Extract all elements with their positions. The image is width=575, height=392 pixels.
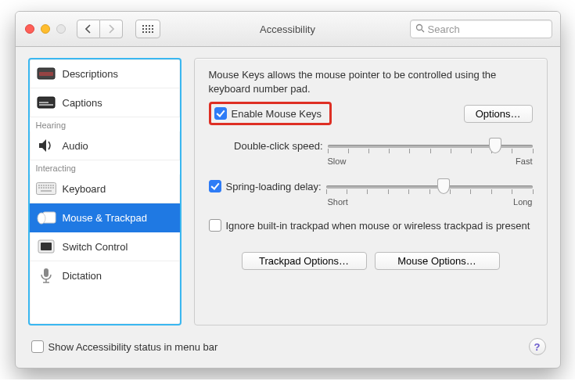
sidebar-item-label: Audio <box>63 140 88 152</box>
svg-rect-20 <box>50 187 52 189</box>
back-button[interactable] <box>77 20 100 38</box>
ignore-trackpad-checkbox[interactable] <box>209 219 221 232</box>
keyboard-icon <box>36 180 56 197</box>
svg-rect-10 <box>43 185 45 186</box>
sidebar-item-descriptions[interactable]: Descriptions <box>30 59 180 88</box>
sidebar-group-interacting: Interacting <box>30 160 180 174</box>
forward-button[interactable] <box>100 20 123 38</box>
highlight-enable-mouse-keys: Enable Mouse Keys <box>209 102 332 125</box>
sidebar[interactable]: Descriptions Captions Hearing Audio Inte… <box>28 58 181 325</box>
svg-rect-8 <box>38 185 40 186</box>
sidebar-item-keyboard[interactable]: Keyboard <box>30 174 180 203</box>
double-click-min-label: Slow <box>328 156 347 166</box>
minimize-button[interactable] <box>41 24 50 34</box>
sidebar-item-label: Descriptions <box>63 68 119 80</box>
captions-icon <box>36 94 56 111</box>
svg-point-0 <box>416 24 422 30</box>
svg-rect-18 <box>45 187 47 189</box>
sidebar-group-hearing: Hearing <box>30 117 180 131</box>
double-click-speed-slider[interactable] <box>328 138 533 153</box>
svg-line-1 <box>422 30 424 32</box>
dictation-icon <box>36 267 56 284</box>
show-status-checkbox[interactable] <box>31 340 44 353</box>
preferences-window: Accessibility Search Descriptions Captio… <box>15 11 561 369</box>
sidebar-item-switch-control[interactable]: Switch Control <box>30 232 180 261</box>
svg-rect-3 <box>39 72 53 76</box>
svg-rect-16 <box>41 187 42 189</box>
titlebar: Accessibility Search <box>16 12 560 47</box>
svg-rect-11 <box>45 185 47 186</box>
window-title: Accessibility <box>260 23 315 35</box>
search-placeholder: Search <box>428 23 460 35</box>
svg-rect-21 <box>52 187 54 189</box>
audio-icon <box>36 137 56 154</box>
svg-rect-15 <box>38 187 40 189</box>
content-pane: Mouse Keys allows the mouse pointer to b… <box>194 58 548 325</box>
svg-rect-27 <box>44 268 49 277</box>
grid-icon <box>142 25 153 33</box>
svg-rect-5 <box>39 104 53 106</box>
search-icon <box>415 23 425 35</box>
double-click-speed-label: Double-click speed: <box>209 140 323 152</box>
help-button[interactable]: ? <box>529 338 546 355</box>
switch-control-icon <box>36 238 56 255</box>
sidebar-item-label: Captions <box>63 97 102 109</box>
spring-loading-label: Spring-loading delay: <box>226 181 322 192</box>
trackpad-options-button[interactable]: Trackpad Options… <box>242 252 367 270</box>
options-button[interactable]: Options… <box>464 105 533 123</box>
spring-loading-slider[interactable] <box>326 178 533 194</box>
footer: Show Accessibility status in menu bar ? <box>16 335 560 368</box>
sidebar-item-label: Mouse & Trackpad <box>63 212 147 224</box>
double-click-max-label: Fast <box>516 156 532 166</box>
spring-loading-max-label: Long <box>513 197 532 207</box>
zoom-button[interactable] <box>56 24 66 34</box>
svg-rect-9 <box>41 185 42 186</box>
svg-rect-17 <box>43 187 45 189</box>
sidebar-item-label: Keyboard <box>63 183 106 195</box>
sidebar-item-label: Switch Control <box>63 241 128 253</box>
svg-rect-26 <box>41 243 52 250</box>
svg-rect-14 <box>52 185 54 186</box>
svg-rect-13 <box>50 185 52 186</box>
sidebar-item-label: Dictation <box>63 270 102 282</box>
sidebar-item-audio[interactable]: Audio <box>30 131 180 160</box>
spring-loading-min-label: Short <box>328 197 348 207</box>
help-icon: ? <box>534 341 541 353</box>
enable-mouse-keys-checkbox[interactable] <box>214 107 227 120</box>
svg-rect-12 <box>48 185 49 186</box>
enable-mouse-keys-label: Enable Mouse Keys <box>232 108 322 120</box>
svg-rect-22 <box>41 190 52 192</box>
search-field[interactable]: Search <box>410 20 552 38</box>
show-status-label: Show Accessibility status in menu bar <box>49 341 218 353</box>
sidebar-item-captions[interactable]: Captions <box>30 88 180 117</box>
svg-rect-19 <box>48 187 49 189</box>
spring-loading-checkbox[interactable] <box>209 180 221 192</box>
sidebar-item-dictation[interactable]: Dictation <box>30 261 180 290</box>
traffic-lights <box>23 24 66 34</box>
svg-rect-6 <box>39 102 49 103</box>
svg-point-24 <box>38 213 45 224</box>
ignore-trackpad-label: Ignore built-in trackpad when mouse or w… <box>226 219 530 233</box>
descriptions-icon <box>36 65 56 82</box>
mouse-trackpad-icon <box>36 209 56 226</box>
description-text: Mouse Keys allows the mouse pointer to b… <box>209 68 533 95</box>
sidebar-item-mouse-trackpad[interactable]: Mouse & Trackpad <box>30 203 180 232</box>
close-button[interactable] <box>25 24 34 34</box>
mouse-options-button[interactable]: Mouse Options… <box>375 252 500 270</box>
nav-back-forward <box>77 20 123 38</box>
show-all-button[interactable] <box>135 20 160 38</box>
